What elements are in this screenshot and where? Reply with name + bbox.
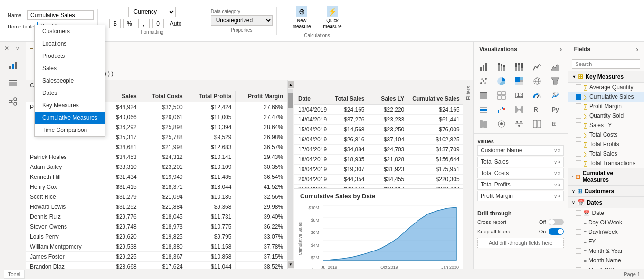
viz-map[interactable] — [530, 74, 544, 88]
fields-group-header-key-measures[interactable]: ▼ ⊞ Key Measures — [568, 71, 644, 83]
comma-btn[interactable]: , — [138, 19, 150, 28]
field-checkbox-sales-ly[interactable] — [576, 122, 581, 128]
cross-report-toggle[interactable]: Off — [539, 219, 564, 225]
viz-area-chart[interactable] — [548, 60, 562, 74]
context-item-locations[interactable]: Locations — [35, 42, 105, 50]
field-month-year[interactable]: ≡ Month & Year — [568, 246, 644, 256]
viz-field-total-profits[interactable]: Total Profits ∨ × — [477, 179, 564, 190]
viz-field-total-sales[interactable]: Total Sales ∨ × — [477, 157, 564, 167]
close-btn[interactable]: ✕ — [2, 44, 11, 53]
field-action-close-3[interactable]: × — [558, 171, 561, 176]
field-action-close-1[interactable]: × — [558, 148, 561, 153]
context-item-cumulative[interactable]: Cumulative Measures — [35, 112, 105, 124]
field-checkbox-total-costs[interactable] — [576, 132, 581, 138]
field-checkbox-qty-sold[interactable] — [576, 113, 581, 119]
viz-matrix[interactable] — [494, 89, 509, 102]
field-month-name[interactable]: ≡ Month Name — [568, 256, 644, 265]
fields-group-header-dates[interactable]: ∨ 📅 Dates — [568, 197, 644, 208]
field-action-chevron-2[interactable]: ∨ — [554, 159, 557, 165]
keep-filters-toggle[interactable]: On — [539, 228, 564, 235]
viz-icon-grid-3[interactable] — [512, 117, 526, 130]
viz-waterfall[interactable] — [494, 103, 509, 116]
bottom-tab-tonal[interactable]: Tonal — [4, 270, 25, 279]
viz-kpi[interactable]: KPI — [548, 89, 562, 102]
field-date[interactable]: 📅 Date — [568, 208, 644, 218]
field-checkbox-avg-quantity[interactable] — [576, 84, 581, 90]
fields-expand-icon[interactable]: › — [636, 46, 638, 53]
field-action-chevron-5[interactable]: ∨ — [554, 194, 557, 199]
field-action-chevron-3[interactable]: ∨ — [554, 171, 557, 176]
viz-stacked-bar[interactable] — [494, 60, 509, 74]
field-checkbox-total-profits[interactable] — [576, 141, 581, 147]
viz-field-total-costs[interactable]: Total Costs ∨ × — [477, 168, 564, 178]
viz-gauge[interactable] — [530, 89, 544, 102]
field-month-of-year[interactable]: ≡ MonthOfYear — [568, 265, 644, 269]
percent-btn[interactable]: % — [123, 19, 135, 28]
right-table-scroll[interactable]: Date Total Sales Sales LY Cumulative Sal… — [294, 93, 463, 188]
keep-filters-track[interactable] — [549, 228, 564, 235]
field-day-in-week[interactable]: ≡ DayInWeek — [568, 227, 644, 237]
viz-treemap[interactable] — [512, 74, 526, 88]
left-tab-chart[interactable] — [3, 57, 22, 74]
field-total-sales-item[interactable]: ∑ Total Sales — [568, 149, 644, 158]
field-checkbox-fy[interactable] — [576, 239, 581, 244]
auto-input[interactable] — [167, 19, 195, 28]
name-input[interactable] — [27, 10, 94, 20]
context-item-products[interactable]: Products — [35, 50, 105, 62]
field-checkbox-dow[interactable] — [576, 220, 581, 225]
field-total-transactions[interactable]: ∑ Total Transactions — [568, 158, 644, 168]
viz-field-profit-margin[interactable]: Profit Margin ∨ × — [477, 191, 564, 201]
viz-ribbon[interactable] — [512, 103, 526, 116]
expand-arrow[interactable]: ∨ — [12, 44, 22, 53]
viz-icon-grid-4[interactable] — [530, 117, 544, 130]
field-action-chevron-1[interactable]: ∨ — [554, 148, 557, 153]
field-checkbox-total-sales[interactable] — [576, 151, 581, 157]
field-quantity-sold[interactable]: ∑ Quantity Sold — [568, 111, 644, 121]
viz-pie-chart[interactable] — [494, 74, 509, 88]
viz-card[interactable]: 123 — [512, 89, 526, 102]
field-total-costs-item[interactable]: ∑ Total Costs — [568, 130, 644, 140]
viz-line-chart[interactable] — [530, 60, 544, 74]
field-cumulative-sales[interactable]: ∑ Cumulative Sales — [568, 92, 644, 102]
dollar-btn[interactable]: $ — [109, 19, 121, 28]
field-action-close-2[interactable]: × — [558, 159, 561, 165]
fields-search-input[interactable] — [572, 59, 640, 69]
field-checkbox-mn[interactable] — [576, 258, 581, 263]
data-category-select[interactable]: Uncategorized — [211, 15, 273, 26]
cross-report-track[interactable] — [549, 219, 564, 225]
viz-icon-grid-5[interactable]: ⊞ — [548, 117, 562, 130]
viz-icon-grid-2[interactable] — [494, 117, 509, 130]
fields-group-header-customers[interactable]: ∨ ⊞ Customers — [568, 186, 644, 197]
viz-field-customer-name[interactable]: Customer Name ∨ × — [477, 145, 564, 156]
field-checkbox-my[interactable] — [576, 248, 581, 254]
add-drill-fields-btn[interactable]: Add drill-through fields here — [477, 238, 564, 248]
field-avg-quantity[interactable]: ∑ Average Quantity — [568, 83, 644, 92]
viz-python[interactable]: Py — [548, 103, 562, 116]
field-checkbox-total-transactions[interactable] — [576, 160, 581, 166]
field-profit-margin-item[interactable]: ∑ Profit Margin — [568, 102, 644, 111]
viz-bar-chart[interactable] — [476, 60, 491, 74]
context-item-sales[interactable]: Sales — [35, 62, 105, 74]
viz-table[interactable] — [476, 89, 491, 102]
viz-icon-grid-1[interactable] — [476, 117, 491, 130]
viz-expand-icon[interactable]: › — [560, 46, 562, 53]
context-item-key-measures[interactable]: Key Measures — [35, 99, 105, 112]
currency-select[interactable]: Currency — [128, 7, 176, 17]
table-scrollbar[interactable]: ▲ ▼ — [287, 80, 294, 269]
left-tab-table[interactable] — [3, 75, 22, 92]
field-checkbox-date[interactable] — [576, 210, 581, 216]
left-tab-model[interactable] — [3, 93, 22, 110]
field-checkbox-cumulative[interactable] — [576, 94, 581, 100]
decimal-btn[interactable]: 0 — [152, 19, 164, 28]
field-action-chevron-4[interactable]: ∨ — [554, 182, 557, 187]
field-fy[interactable]: ≡ FY — [568, 237, 644, 246]
field-day-of-week[interactable]: ≡ Day Of Week — [568, 218, 644, 227]
fields-group-header-cumulative[interactable]: › ⊞ Cumulative Measures — [568, 168, 644, 186]
context-item-salespeople[interactable]: Salespeople — [35, 74, 105, 87]
viz-funnel[interactable] — [548, 74, 562, 88]
field-action-close-4[interactable]: × — [558, 182, 561, 187]
context-item-dates[interactable]: Dates — [35, 87, 105, 99]
field-checkbox-profit-margin[interactable] — [576, 103, 581, 109]
viz-r-visual[interactable]: R — [530, 103, 544, 116]
new-measure-btn[interactable]: ⊕ Newmeasure — [288, 3, 315, 32]
